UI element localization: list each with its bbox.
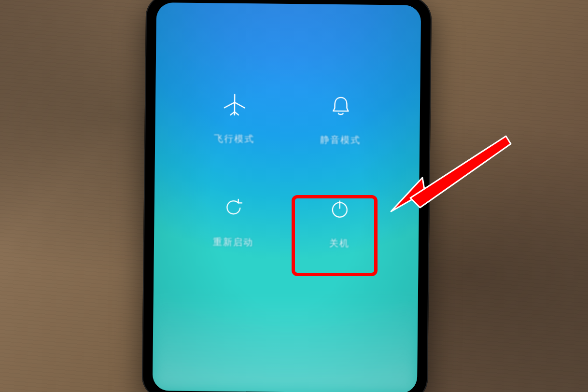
bell-icon	[326, 91, 356, 121]
power-icon	[325, 195, 354, 224]
power-off-label: 关机	[329, 237, 350, 250]
silent-mode-label: 静音模式	[320, 134, 361, 147]
phone-screen: 飞行模式 静音模式 重新启动	[153, 2, 421, 392]
power-off-button[interactable]: 关机	[291, 194, 388, 250]
airplane-mode-label: 飞行模式	[214, 132, 254, 145]
silent-mode-button[interactable]: 静音模式	[292, 91, 389, 147]
airplane-icon	[220, 90, 250, 120]
airplane-mode-button[interactable]: 飞行模式	[186, 90, 283, 146]
power-menu-grid: 飞行模式 静音模式 重新启动	[185, 90, 389, 250]
phone-frame: 飞行模式 静音模式 重新启动	[142, 0, 432, 392]
restart-icon	[219, 194, 248, 223]
restart-button[interactable]: 重新启动	[185, 193, 282, 249]
restart-label: 重新启动	[213, 236, 253, 249]
